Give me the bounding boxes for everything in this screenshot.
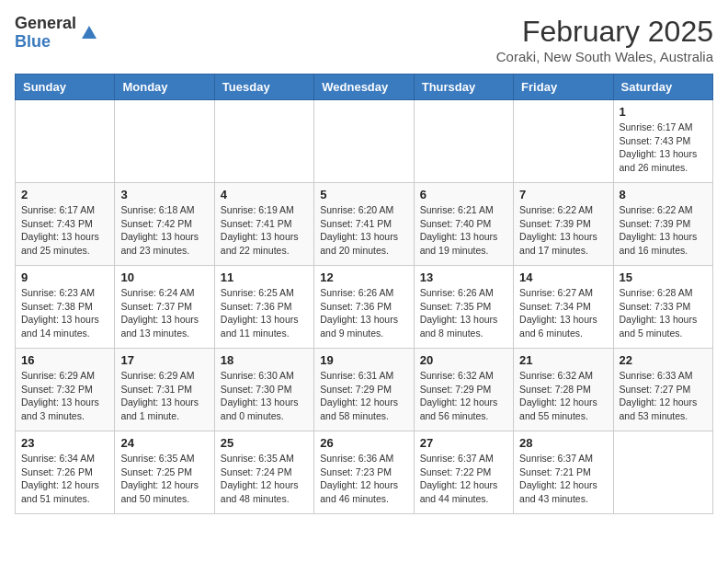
- day-info: Sunrise: 6:36 AM Sunset: 7:23 PM Dayligh…: [320, 452, 407, 506]
- calendar-cell: [115, 100, 214, 183]
- calendar-cell: 24Sunrise: 6:35 AM Sunset: 7:25 PM Dayli…: [115, 431, 214, 514]
- day-number: 12: [320, 270, 407, 284]
- calendar-cell: 13Sunrise: 6:26 AM Sunset: 7:35 PM Dayli…: [414, 266, 513, 349]
- calendar-cell: 17Sunrise: 6:29 AM Sunset: 7:31 PM Dayli…: [115, 349, 214, 431]
- weekday-header-thursday: Thursday: [414, 75, 513, 100]
- weekday-header-monday: Monday: [115, 75, 214, 100]
- calendar-header: SundayMondayTuesdayWednesdayThursdayFrid…: [16, 75, 713, 100]
- week-row-5: 23Sunrise: 6:34 AM Sunset: 7:26 PM Dayli…: [16, 431, 713, 514]
- day-number: 25: [221, 436, 308, 450]
- title-area: February 2025 Coraki, New South Wales, A…: [496, 15, 713, 64]
- calendar-cell: 28Sunrise: 6:37 AM Sunset: 7:21 PM Dayli…: [514, 431, 613, 514]
- logo-text: General Blue: [15, 15, 76, 52]
- day-info: Sunrise: 6:24 AM Sunset: 7:37 PM Dayligh…: [120, 286, 208, 340]
- day-number: 21: [519, 353, 607, 367]
- calendar-cell: 23Sunrise: 6:34 AM Sunset: 7:26 PM Dayli…: [16, 431, 115, 514]
- calendar-body: 1Sunrise: 6:17 AM Sunset: 7:43 PM Daylig…: [16, 100, 713, 514]
- day-info: Sunrise: 6:25 AM Sunset: 7:36 PM Dayligh…: [221, 286, 308, 340]
- header: General Blue February 2025 Coraki, New S…: [15, 15, 713, 64]
- week-row-4: 16Sunrise: 6:29 AM Sunset: 7:32 PM Dayli…: [16, 349, 713, 431]
- calendar-cell: [314, 100, 414, 183]
- calendar-cell: [514, 100, 613, 183]
- day-number: 27: [420, 436, 507, 450]
- calendar-cell: 7Sunrise: 6:22 AM Sunset: 7:39 PM Daylig…: [514, 183, 613, 266]
- calendar-cell: [214, 100, 313, 183]
- day-number: 23: [21, 436, 108, 450]
- weekday-header-saturday: Saturday: [613, 75, 712, 100]
- day-info: Sunrise: 6:35 AM Sunset: 7:25 PM Dayligh…: [120, 452, 208, 506]
- day-info: Sunrise: 6:17 AM Sunset: 7:43 PM Dayligh…: [620, 121, 707, 175]
- day-info: Sunrise: 6:31 AM Sunset: 7:29 PM Dayligh…: [320, 369, 407, 423]
- day-info: Sunrise: 6:20 AM Sunset: 7:41 PM Dayligh…: [320, 203, 407, 258]
- day-number: 26: [320, 436, 407, 450]
- weekday-header-tuesday: Tuesday: [214, 75, 313, 100]
- weekday-row: SundayMondayTuesdayWednesdayThursdayFrid…: [16, 75, 713, 100]
- calendar-cell: 6Sunrise: 6:21 AM Sunset: 7:40 PM Daylig…: [414, 183, 513, 266]
- day-info: Sunrise: 6:27 AM Sunset: 7:34 PM Dayligh…: [519, 286, 607, 340]
- day-info: Sunrise: 6:21 AM Sunset: 7:40 PM Dayligh…: [420, 203, 507, 258]
- calendar-cell: [16, 100, 115, 183]
- week-row-3: 9Sunrise: 6:23 AM Sunset: 7:38 PM Daylig…: [16, 266, 713, 349]
- day-info: Sunrise: 6:18 AM Sunset: 7:42 PM Dayligh…: [120, 203, 208, 258]
- svg-marker-0: [82, 26, 97, 39]
- week-row-2: 2Sunrise: 6:17 AM Sunset: 7:43 PM Daylig…: [16, 183, 713, 266]
- calendar-cell: 18Sunrise: 6:30 AM Sunset: 7:30 PM Dayli…: [214, 349, 313, 431]
- day-number: 20: [420, 353, 507, 367]
- calendar-cell: 14Sunrise: 6:27 AM Sunset: 7:34 PM Dayli…: [514, 266, 613, 349]
- calendar-cell: 27Sunrise: 6:37 AM Sunset: 7:22 PM Dayli…: [414, 431, 513, 514]
- day-info: Sunrise: 6:30 AM Sunset: 7:30 PM Dayligh…: [221, 369, 308, 423]
- day-info: Sunrise: 6:34 AM Sunset: 7:26 PM Dayligh…: [21, 452, 108, 506]
- day-info: Sunrise: 6:37 AM Sunset: 7:22 PM Dayligh…: [420, 452, 507, 506]
- day-info: Sunrise: 6:37 AM Sunset: 7:21 PM Dayligh…: [519, 452, 607, 506]
- calendar-cell: 19Sunrise: 6:31 AM Sunset: 7:29 PM Dayli…: [314, 349, 414, 431]
- weekday-header-wednesday: Wednesday: [314, 75, 414, 100]
- calendar-cell: 26Sunrise: 6:36 AM Sunset: 7:23 PM Dayli…: [314, 431, 414, 514]
- calendar-cell: 22Sunrise: 6:33 AM Sunset: 7:27 PM Dayli…: [613, 349, 712, 431]
- day-number: 17: [120, 353, 208, 367]
- calendar-cell: 8Sunrise: 6:22 AM Sunset: 7:39 PM Daylig…: [613, 183, 712, 266]
- day-number: 9: [21, 270, 108, 284]
- day-info: Sunrise: 6:22 AM Sunset: 7:39 PM Dayligh…: [620, 203, 707, 258]
- calendar-cell: 4Sunrise: 6:19 AM Sunset: 7:41 PM Daylig…: [214, 183, 313, 266]
- day-info: Sunrise: 6:32 AM Sunset: 7:28 PM Dayligh…: [519, 369, 607, 423]
- week-row-1: 1Sunrise: 6:17 AM Sunset: 7:43 PM Daylig…: [16, 100, 713, 183]
- day-number: 7: [519, 188, 607, 201]
- calendar-cell: 10Sunrise: 6:24 AM Sunset: 7:37 PM Dayli…: [115, 266, 214, 349]
- calendar-cell: 12Sunrise: 6:26 AM Sunset: 7:36 PM Dayli…: [314, 266, 414, 349]
- day-info: Sunrise: 6:33 AM Sunset: 7:27 PM Dayligh…: [620, 369, 707, 423]
- day-number: 19: [320, 353, 407, 367]
- weekday-header-friday: Friday: [514, 75, 613, 100]
- calendar: SundayMondayTuesdayWednesdayThursdayFrid…: [15, 74, 713, 514]
- calendar-cell: 3Sunrise: 6:18 AM Sunset: 7:42 PM Daylig…: [115, 183, 214, 266]
- calendar-cell: 9Sunrise: 6:23 AM Sunset: 7:38 PM Daylig…: [16, 266, 115, 349]
- day-info: Sunrise: 6:32 AM Sunset: 7:29 PM Dayligh…: [420, 369, 507, 423]
- logo-line1: General: [15, 15, 76, 33]
- logo: General Blue: [15, 15, 100, 52]
- day-number: 3: [120, 188, 208, 201]
- day-number: 8: [620, 188, 707, 201]
- day-number: 16: [21, 353, 108, 367]
- calendar-cell: 5Sunrise: 6:20 AM Sunset: 7:41 PM Daylig…: [314, 183, 414, 266]
- day-info: Sunrise: 6:22 AM Sunset: 7:39 PM Dayligh…: [519, 203, 607, 258]
- calendar-cell: 15Sunrise: 6:28 AM Sunset: 7:33 PM Dayli…: [613, 266, 712, 349]
- calendar-cell: [613, 431, 712, 514]
- day-number: 28: [519, 436, 607, 450]
- day-number: 24: [120, 436, 208, 450]
- day-number: 10: [120, 270, 208, 284]
- day-number: 18: [221, 353, 308, 367]
- weekday-header-sunday: Sunday: [16, 75, 115, 100]
- day-info: Sunrise: 6:19 AM Sunset: 7:41 PM Dayligh…: [221, 203, 308, 258]
- day-info: Sunrise: 6:26 AM Sunset: 7:36 PM Dayligh…: [320, 286, 407, 340]
- calendar-cell: 21Sunrise: 6:32 AM Sunset: 7:28 PM Dayli…: [514, 349, 613, 431]
- day-info: Sunrise: 6:29 AM Sunset: 7:31 PM Dayligh…: [120, 369, 208, 423]
- day-info: Sunrise: 6:35 AM Sunset: 7:24 PM Dayligh…: [221, 452, 308, 506]
- day-number: 22: [620, 353, 707, 367]
- day-info: Sunrise: 6:29 AM Sunset: 7:32 PM Dayligh…: [21, 369, 108, 423]
- day-info: Sunrise: 6:28 AM Sunset: 7:33 PM Dayligh…: [620, 286, 707, 340]
- calendar-cell: 16Sunrise: 6:29 AM Sunset: 7:32 PM Dayli…: [16, 349, 115, 431]
- day-info: Sunrise: 6:17 AM Sunset: 7:43 PM Dayligh…: [21, 203, 108, 258]
- day-number: 2: [21, 188, 108, 201]
- day-number: 6: [420, 188, 507, 201]
- location: Coraki, New South Wales, Australia: [496, 49, 713, 64]
- calendar-cell: 1Sunrise: 6:17 AM Sunset: 7:43 PM Daylig…: [613, 100, 712, 183]
